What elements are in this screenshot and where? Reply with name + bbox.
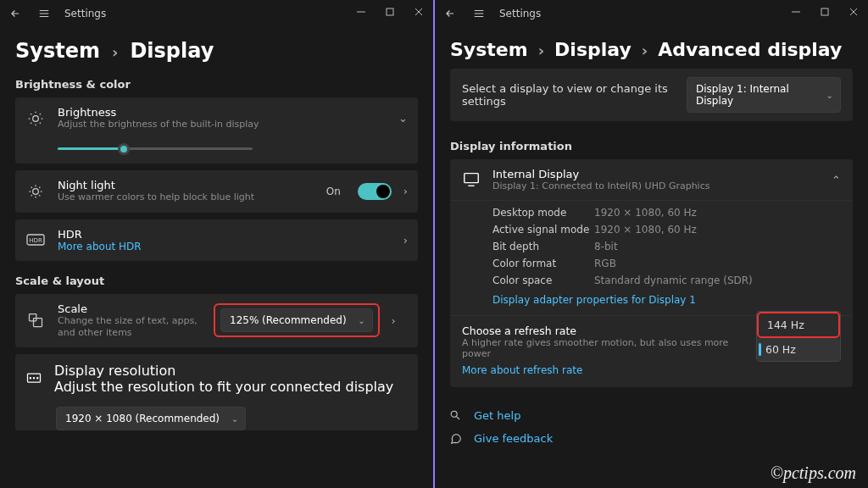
scale-dropdown[interactable]: 125% (Recommended) ⌄ (220, 308, 373, 332)
svg-rect-11 (821, 8, 828, 15)
refresh-title: Choose a refresh rate (462, 318, 746, 337)
svg-text:HDR: HDR (29, 237, 42, 244)
refresh-rate-block: Choose a refresh rate A higher rate give… (450, 315, 853, 387)
brightness-card[interactable]: Brightness Adjust the brightness of the … (15, 97, 418, 164)
hdr-card[interactable]: HDR HDR More about HDR › (15, 219, 418, 261)
resolution-dropdown[interactable]: 1920 × 1080 (Recommended) ⌄ (56, 407, 246, 430)
back-button[interactable] (442, 5, 459, 22)
chevron-down-icon: ⌄ (358, 316, 364, 325)
svg-rect-0 (387, 8, 393, 15)
kv-value: 1920 × 1080, 60 Hz (594, 224, 697, 236)
breadcrumb-root[interactable]: System (450, 39, 528, 60)
section-brightness-color: Brightness & color (0, 71, 433, 97)
chevron-right-icon: › (642, 42, 648, 59)
display-info-header[interactable]: Internal Display Display 1: Connected to… (450, 159, 853, 200)
kv-key: Active signal mode (492, 224, 594, 236)
maximize-button[interactable] (810, 0, 839, 24)
kv-value: 1920 × 1080, 60 Hz (594, 207, 697, 219)
resolution-title: Display resolution (54, 363, 393, 379)
svg-point-1 (33, 115, 39, 121)
brightness-icon (25, 108, 46, 129)
display-selector-label: Select a display to view or change its s… (462, 82, 687, 108)
kv-key: Bit depth (492, 241, 594, 252)
breadcrumb: System › Display (0, 27, 433, 71)
breadcrumb: System › Display › Advanced display (435, 27, 868, 69)
night-light-icon (25, 181, 46, 202)
refresh-option-144hz[interactable]: 144 Hz (757, 312, 840, 338)
help-icon (450, 410, 464, 422)
night-light-sub: Use warmer colors to help block blue lig… (58, 191, 314, 203)
minimize-button[interactable] (782, 0, 810, 24)
breadcrumb-leaf: Display (130, 39, 214, 63)
titlebar: Settings (0, 0, 433, 27)
chevron-right-icon[interactable]: › (403, 234, 408, 247)
settings-advanced-display-window: Settings System › Display › Advanced dis… (435, 0, 868, 488)
resolution-sub: Adjust the resolution to fit your connec… (54, 379, 393, 395)
window-controls (782, 0, 868, 24)
give-feedback-row[interactable]: Give feedback (450, 427, 853, 450)
display-info-title: Internal Display (492, 168, 709, 180)
hdr-link[interactable]: More about HDR (58, 241, 392, 252)
kv-key: Desktop mode (492, 207, 594, 219)
minimize-button[interactable] (347, 0, 376, 24)
get-help-row[interactable]: Get help (450, 404, 853, 427)
breadcrumb-root[interactable]: System (15, 39, 100, 63)
display-info-sub: Display 1: Connected to Intel(R) UHD Gra… (492, 180, 709, 191)
resolution-icon (25, 370, 42, 387)
night-light-card[interactable]: Night light Use warmer colors to help bl… (15, 170, 418, 212)
brightness-sub: Adjust the brightness of the built-in di… (58, 119, 387, 130)
brightness-slider[interactable] (58, 147, 253, 150)
adapter-properties-link[interactable]: Display adapter properties for Display 1 (492, 294, 696, 306)
nav-menu-button[interactable] (470, 5, 487, 22)
svg-rect-5 (30, 314, 36, 321)
app-title: Settings (499, 8, 541, 19)
night-light-state: On (326, 186, 341, 197)
close-button[interactable] (404, 0, 433, 24)
resolution-value: 1920 × 1080 (Recommended) (65, 413, 220, 424)
get-help-link[interactable]: Get help (474, 409, 520, 422)
svg-point-2 (33, 189, 39, 195)
kv-value: RGB (594, 258, 616, 269)
refresh-link[interactable]: More about refresh rate (462, 364, 582, 376)
back-button[interactable] (7, 5, 24, 22)
titlebar: Settings (435, 0, 868, 27)
refresh-rate-dropdown-open: 144 Hz 60 Hz (756, 311, 841, 362)
svg-rect-12 (465, 174, 479, 183)
brightness-title: Brightness (58, 106, 387, 119)
feedback-icon (450, 433, 464, 445)
display-selector-dropdown[interactable]: Display 1: Internal Display ⌄ (687, 77, 841, 113)
chevron-down-icon: ⌄ (231, 414, 238, 424)
display-info-card: Internal Display Display 1: Connected to… (450, 159, 853, 387)
monitor-icon (462, 170, 481, 189)
svg-point-9 (33, 378, 34, 379)
breadcrumb-mid[interactable]: Display (554, 39, 632, 60)
close-button[interactable] (839, 0, 868, 24)
svg-point-10 (37, 378, 38, 379)
nav-menu-button[interactable] (36, 5, 53, 22)
maximize-button[interactable] (376, 0, 404, 24)
chevron-right-icon[interactable]: › (403, 185, 408, 197)
display-info-body: Desktop mode1920 × 1080, 60 Hz Active si… (450, 200, 853, 315)
resolution-card[interactable]: Display resolution Adjust the resolution… (15, 354, 418, 430)
display-selector-value: Display 1: Internal Display (696, 83, 815, 107)
night-light-toggle[interactable] (358, 183, 392, 200)
svg-point-13 (451, 411, 457, 417)
chevron-down-icon[interactable]: ⌄ (398, 112, 408, 125)
window-controls (347, 0, 433, 24)
chevron-up-icon[interactable]: ⌃ (832, 174, 841, 186)
chevron-right-icon[interactable]: › (392, 314, 396, 327)
refresh-option-60hz[interactable]: 60 Hz (757, 338, 840, 361)
kv-value: Standard dynamic range (SDR) (594, 274, 753, 286)
night-light-title: Night light (58, 179, 314, 191)
kv-value: 8-bit (594, 241, 618, 252)
scale-title: Scale (58, 302, 202, 315)
give-feedback-link[interactable]: Give feedback (474, 432, 553, 445)
app-title: Settings (64, 8, 106, 19)
chevron-down-icon: ⌄ (826, 91, 833, 100)
scale-card[interactable]: Scale Change the size of text, apps, and… (15, 294, 418, 348)
svg-point-8 (30, 378, 31, 379)
breadcrumb-leaf: Advanced display (658, 39, 842, 60)
section-scale-layout: Scale & layout (0, 268, 433, 294)
watermark: ©pctips.com (771, 463, 856, 483)
settings-display-window: Settings System › Display Brightness & c… (0, 0, 433, 488)
